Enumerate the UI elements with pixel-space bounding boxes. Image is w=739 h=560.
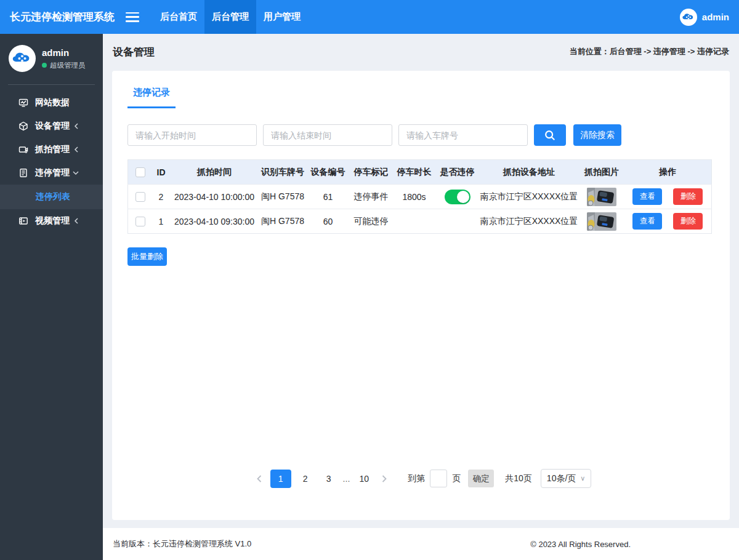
col-capture-time: 抓拍时间 — [170, 160, 259, 185]
user-avatar-icon — [680, 9, 697, 26]
delete-button[interactable]: 删除 — [673, 213, 703, 230]
sidebar-item-site-data[interactable]: 网站数据 — [0, 91, 103, 114]
end-time-input[interactable] — [263, 124, 392, 146]
sidebar-item-devices[interactable]: 设备管理 — [0, 114, 103, 138]
online-status-dot — [42, 63, 47, 68]
cell-address: 南京市江宁区XXXXX位置 — [479, 185, 579, 209]
content-card: 违停记录 清除搜索 ID 抓拍时间 — [112, 71, 730, 520]
footer: 当前版本：长元违停检测管理系统 V1.0 © 2023 All Rights R… — [103, 528, 739, 560]
sidebar-item-video[interactable]: 视频管理 — [0, 209, 103, 233]
cell-mark: 违停事件 — [350, 185, 393, 209]
document-icon — [18, 168, 28, 178]
sidebar-subitem-violation-list[interactable]: 违停列表 — [0, 185, 103, 209]
col-duration: 停车时长 — [393, 160, 436, 185]
view-button[interactable]: 查看 — [632, 188, 662, 205]
chevron-down-icon: ∨ — [580, 474, 585, 482]
table-header-row: ID 抓拍时间 识别车牌号 设备编号 停车标记 停车时长 是否违停 抓拍设备地址… — [128, 160, 712, 185]
delete-button[interactable]: 删除 — [673, 188, 703, 205]
page-ellipsis: ... — [343, 474, 350, 484]
chevron-left-icon — [256, 474, 263, 483]
video-icon — [18, 216, 28, 226]
cell-plate: 闽H G7578 — [259, 209, 307, 234]
capture-photo-thumbnail[interactable] — [587, 188, 616, 206]
version-label: 当前版本：长元违停检测管理系统 V1.0 — [113, 538, 251, 550]
col-address: 抓拍设备地址 — [479, 160, 579, 185]
nav-item-home[interactable]: 后台首页 — [153, 0, 204, 34]
batch-delete-button[interactable]: 批量删除 — [127, 247, 167, 266]
user-menu[interactable]: admin — [680, 9, 739, 26]
cell-id: 1 — [153, 209, 170, 234]
profile-block: admin 超级管理员 — [0, 34, 103, 79]
chevron-down-icon — [72, 170, 79, 176]
col-mark: 停车标记 — [350, 160, 393, 185]
chevron-left-icon — [73, 122, 79, 130]
nav-item-admin[interactable]: 后台管理 — [204, 0, 256, 34]
main-content: 设备管理 当前位置：后台管理 -> 违停管理 -> 违停记录 违停记录 清除搜索 — [103, 34, 739, 560]
start-time-input[interactable] — [127, 124, 257, 146]
sidebar-divider — [8, 84, 95, 85]
app-title: 长元违停检测管理系统 — [0, 10, 124, 24]
camera-icon — [18, 145, 28, 154]
cell-device: 61 — [307, 185, 350, 209]
cell-plate: 闽H G7578 — [259, 185, 307, 209]
chevron-right-icon — [381, 474, 388, 483]
col-id: ID — [153, 160, 170, 185]
view-button[interactable]: 查看 — [632, 213, 662, 230]
hamburger-icon[interactable] — [126, 12, 139, 22]
sidebar-item-violations[interactable]: 违停管理 — [0, 161, 103, 185]
search-row: 清除搜索 — [127, 124, 714, 146]
sidebar: admin 超级管理员 网站数据 设备管理 — [0, 34, 103, 560]
page-3-button[interactable]: 3 — [320, 470, 338, 488]
table-row: 2 2023-04-10 10:00:00 闽H G7578 61 违停事件 1… — [128, 185, 712, 209]
cell-capture-time: 2023-04-10 10:00:00 — [170, 185, 259, 209]
sidebar-item-capture[interactable]: 抓拍管理 — [0, 138, 103, 161]
violations-table: ID 抓拍时间 识别车牌号 设备编号 停车标记 停车时长 是否违停 抓拍设备地址… — [127, 159, 712, 234]
pagination: 1 2 3 ... 10 到第 页 确定 共10页 10条/页 ∨ — [127, 469, 714, 488]
nav-item-users[interactable]: 用户管理 — [256, 0, 308, 34]
cell-duration: 1800s — [393, 185, 436, 209]
col-device: 设备编号 — [307, 160, 350, 185]
goto-prefix-label: 到第 — [408, 473, 425, 484]
table-row: 1 2023-04-10 09:30:00 闽H G7578 60 可能违停 南… — [128, 209, 712, 234]
page-1-button[interactable]: 1 — [270, 470, 291, 488]
top-navbar: 长元违停检测管理系统 后台首页 后台管理 用户管理 admin — [0, 0, 739, 34]
profile-name: admin — [42, 47, 86, 58]
goto-confirm-button[interactable]: 确定 — [468, 470, 494, 487]
cell-id: 2 — [153, 185, 170, 209]
col-violation: 是否违停 — [436, 160, 479, 185]
clear-search-button[interactable]: 清除搜索 — [573, 124, 621, 146]
copyright-label: © 2023 All Rights Reserved. — [530, 540, 631, 549]
tab-violation-records[interactable]: 违停记录 — [127, 87, 176, 108]
breadcrumb: 当前位置：后台管理 -> 违停管理 -> 违停记录 — [570, 46, 729, 57]
row-checkbox[interactable] — [135, 217, 145, 226]
plate-number-input[interactable] — [398, 124, 528, 146]
avatar — [9, 45, 36, 72]
capture-photo-thumbnail[interactable] — [587, 212, 616, 231]
next-page-button[interactable] — [376, 474, 393, 483]
cell-duration — [393, 209, 436, 234]
cube-icon — [18, 121, 28, 131]
select-all-checkbox[interactable] — [135, 167, 145, 177]
page-2-button[interactable]: 2 — [296, 470, 315, 488]
violation-toggle-on[interactable] — [445, 190, 470, 204]
cell-violation-empty — [436, 209, 479, 234]
chevron-left-icon — [73, 146, 79, 153]
username-label: admin — [702, 12, 729, 22]
monitor-chart-icon — [18, 98, 28, 108]
page-10-button[interactable]: 10 — [355, 470, 373, 488]
cell-address: 南京市江宁区XXXXX位置 — [479, 209, 579, 234]
col-plate: 识别车牌号 — [259, 160, 307, 185]
total-pages-label: 共10页 — [505, 473, 532, 484]
tab-bar: 违停记录 — [127, 71, 714, 108]
cell-device: 60 — [307, 209, 350, 234]
cell-mark: 可能违停 — [350, 209, 393, 234]
row-checkbox[interactable] — [135, 192, 145, 202]
prev-page-button[interactable] — [251, 474, 268, 483]
page-size-select[interactable]: 10条/页 ∨ — [541, 469, 592, 488]
col-actions: 操作 — [624, 160, 712, 185]
goto-page-input[interactable] — [430, 470, 447, 487]
goto-suffix-label: 页 — [452, 473, 461, 484]
search-button[interactable] — [534, 124, 566, 146]
profile-role: 超级管理员 — [42, 61, 86, 70]
magnifier-icon — [544, 129, 556, 142]
